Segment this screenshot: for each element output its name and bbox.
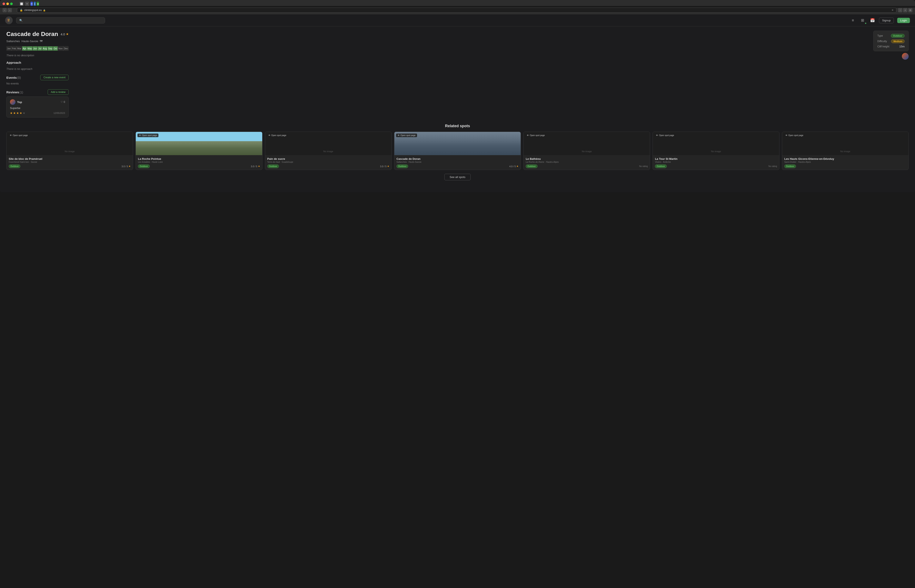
spot-name: Site de bloc de Praméruel [9, 157, 131, 160]
nav-back[interactable]: ‹ [3, 8, 7, 12]
city: Sallanches [6, 40, 20, 43]
month-cell-oct: Oct [53, 46, 58, 51]
list-view-icon[interactable]: ≡ [850, 17, 856, 24]
spot-name: Pain de sucre [267, 157, 389, 160]
month-cell-dec: Dec [63, 46, 69, 51]
reviewer-name: Top [17, 100, 22, 104]
review-date: 12/05/2023 [53, 112, 65, 114]
lock-icon-2: 🔒 [43, 9, 45, 11]
related-title: Related spots [6, 124, 909, 128]
open-spot-button[interactable]: 👁 Open spot page [654, 134, 675, 137]
reviews-section-header: Reviews(1) Add a review [6, 89, 69, 95]
traffic-light-minimize[interactable] [6, 3, 9, 5]
spots-grid: No image👁 Open spot pageSite de bloc de … [6, 132, 909, 170]
spot-card[interactable]: No image👁 Open spot pageSite de bloc de … [6, 132, 133, 170]
spot-name: La Tour St Martin [655, 157, 777, 160]
spot-rating: 3.0 / 5★ [251, 165, 260, 168]
browser-app-icon-2[interactable]: ℹ [34, 2, 36, 6]
cliff-height-row: Cliff height 15m [877, 45, 905, 48]
reviews-heading: Reviews(1) [6, 90, 23, 94]
spot-type-badge: Outdoor [526, 165, 538, 168]
sidebar-icon[interactable]: ⧉ [908, 8, 912, 12]
open-spot-button[interactable]: 👁 Open spot page [8, 134, 29, 137]
month-cell-aug: Aug [42, 46, 48, 51]
spot-location: Courchevel Saint bon · Savoie [9, 161, 131, 163]
user-avatar [902, 53, 909, 60]
spot-name: La Roche Pointue [138, 157, 260, 160]
logo[interactable]: 🧗 [5, 16, 13, 24]
rating-value: 4.0 [61, 32, 65, 36]
month-cell-sep: Sep [47, 46, 53, 51]
open-spot-button[interactable]: 👁 Open spot page [525, 134, 546, 137]
main-content: Cascade de Doran 4.0 ★ Sallanches Haute-… [0, 26, 915, 184]
create-event-button[interactable]: Create a new event [40, 75, 69, 80]
spot-card[interactable]: 👁 Open spot pageLa Roche PointueLes Esta… [136, 132, 262, 170]
url-text: climbingspot.eu [24, 9, 42, 11]
month-cell-may: May [27, 46, 32, 51]
browser-app-icon-1[interactable]: ✉ [31, 2, 33, 6]
reload-icon[interactable]: ✕ [891, 9, 894, 11]
events-heading: Events(0) [6, 76, 21, 79]
spot-card[interactable]: No image👁 Open spot pagePain de sucreTer… [265, 132, 392, 170]
month-cell-jul: Jul [37, 46, 42, 51]
type-row: Type Outdoor [877, 34, 905, 38]
page-title: Cascade de Doran [6, 31, 58, 37]
location-row: Sallanches Haute-Savoie 🗺 [6, 40, 69, 43]
spot-location: Sallanches · Haute-Savoie [397, 161, 518, 163]
review-like[interactable]: ♡ 0 [61, 100, 65, 103]
spot-card[interactable]: No image👁 Open spot pageLes Hauts Gicons… [782, 132, 909, 170]
spot-card[interactable]: No image👁 Open spot pageLe BathéouLa Roc… [523, 132, 650, 170]
traffic-light-maximize[interactable] [10, 3, 13, 5]
open-spot-button[interactable]: 👁 Open spot page [784, 134, 805, 137]
month-cell-jan: Jan [6, 46, 11, 51]
spot-type-badge: Outdoor [655, 165, 667, 168]
signup-button[interactable]: Signup [879, 18, 894, 23]
months-bar: JanFebMarAprMayJunJulAugSepOctNovDec [6, 46, 69, 51]
page-header: Cascade de Doran 4.0 ★ Sallanches Haute-… [6, 31, 909, 118]
tab-chevron[interactable]: ▾ [25, 2, 29, 6]
spot-name: Les Hauts Gicons-Etienne-en-Dévoluy [784, 157, 906, 160]
spot-type-badge: Outdoor [784, 165, 796, 168]
spot-rating: No rating [768, 165, 777, 167]
open-spot-button[interactable]: 👁 Open spot page [267, 134, 288, 137]
share-icon[interactable]: ↑ [898, 8, 902, 12]
grid-view-icon[interactable]: ⊞ [860, 17, 866, 24]
nav-forward[interactable]: › [8, 8, 12, 12]
no-image-label: No image [582, 150, 592, 153]
title-group: Cascade de Doran 4.0 ★ [6, 31, 69, 37]
spot-card[interactable]: No image👁 Open spot pageLa Tour St Marti… [653, 132, 779, 170]
spot-type-badge: Outdoor [397, 165, 408, 168]
spot-card[interactable]: 👁 Open spot pageCascade de DoranSallanch… [394, 132, 521, 170]
see-all-button[interactable]: See all spots [444, 174, 471, 180]
add-review-button[interactable]: Add a review [48, 89, 69, 95]
browser-app-icon-3[interactable]: ⊞ [37, 2, 39, 6]
search-bar[interactable]: 🔍 [16, 17, 105, 24]
month-cell-nov: Nov [58, 46, 63, 51]
cliff-height-label: Cliff height [877, 45, 889, 48]
events-section-header: Events(0) Create a new event [6, 75, 69, 80]
stars-row: ★★★★★ [10, 111, 26, 115]
spot-rating: 3.0 / 5★ [121, 165, 131, 168]
spot-rating: 4.0 / 5★ [509, 165, 519, 168]
heart-icon: ♡ [61, 100, 63, 103]
review-footer: ★★★★★ 12/05/2023 [10, 111, 65, 115]
traffic-light-close[interactable] [3, 3, 5, 5]
review-text: Superbe [10, 107, 65, 110]
spot-name: Le Bathéou [526, 157, 648, 160]
no-image-label: No image [840, 150, 850, 153]
rating-badge: 4.0 ★ [61, 32, 69, 36]
no-events: No events [6, 82, 69, 85]
address-bar[interactable]: 🔒 climbingspot.eu 🔒 ✕ [17, 8, 896, 13]
calendar-icon[interactable]: 📅 [869, 17, 876, 24]
difficulty-row: Difficulty Medium [877, 39, 905, 43]
star-3: ★ [16, 111, 19, 115]
star-4: ★ [19, 111, 22, 115]
open-spot-button[interactable]: 👁 Open spot page [396, 134, 417, 137]
add-tab-icon[interactable]: + [903, 8, 907, 12]
region: Haute-Savoie [22, 40, 38, 43]
map-icon[interactable]: 🗺 [40, 40, 42, 43]
open-spot-button[interactable]: 👁 Open spot page [138, 134, 159, 137]
login-button[interactable]: Login [897, 18, 910, 23]
app-window: 🧗 🔍 ≡ ⊞ 📅 Signup Login Cascade de Doran [0, 15, 915, 192]
type-value: Outdoor [891, 34, 905, 38]
